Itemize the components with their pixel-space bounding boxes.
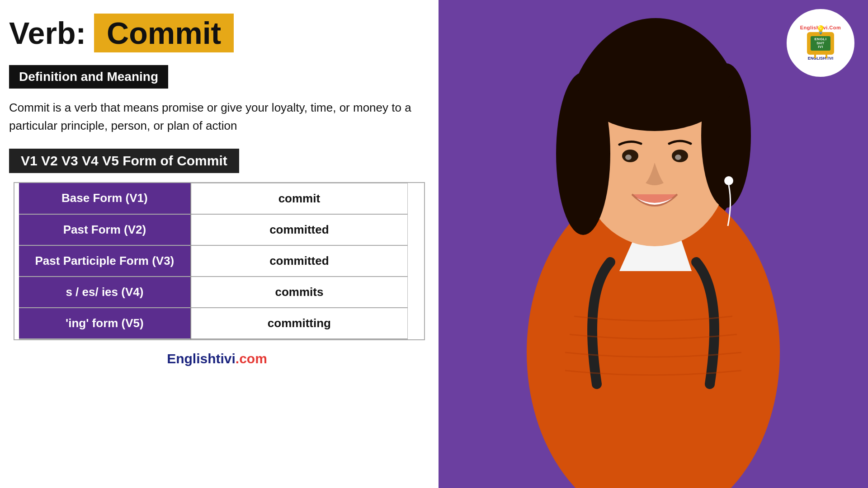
table-row: Past Participle Form (V3)committed <box>19 245 408 277</box>
svg-point-10 <box>625 155 632 160</box>
title-row: Verb: Commit <box>9 14 425 52</box>
table-label-cell: 'ing' form (V5) <box>19 308 191 339</box>
tv-screen: ENGLISHTIVI <box>811 36 830 51</box>
tv-leg-left <box>814 55 816 58</box>
svg-point-12 <box>724 176 733 185</box>
forms-badge: V1 V2 V3 V4 V5 Form of Commit <box>9 149 239 173</box>
brand-name-red: .com <box>236 351 267 366</box>
table-value-cell: committed <box>191 214 408 245</box>
verb-prefix: Verb: <box>9 15 86 51</box>
table-value-cell: commit <box>191 183 408 214</box>
table-label-cell: s / es/ ies (V4) <box>19 277 191 308</box>
person-svg <box>439 0 868 488</box>
definition-text: Commit is a verb that means promise or g… <box>9 99 425 135</box>
right-panel: Englishtivi.Com 💡 ENGLISHTIVI ENGLISHTIV… <box>439 0 868 488</box>
table-value-cell: committed <box>191 245 408 277</box>
left-panel: Verb: Commit Definition and Meaning Comm… <box>0 0 439 488</box>
table-row: 'ing' form (V5)committing <box>19 308 408 339</box>
footer-brand: Englishtivi.com <box>9 351 425 366</box>
svg-point-11 <box>675 155 681 160</box>
verb-forms-table-wrapper: Base Form (V1)commitPast Form (V2)commit… <box>14 182 425 340</box>
tv-screen-text: ENGLISHTIVI <box>815 38 827 49</box>
table-label-cell: Base Form (V1) <box>19 183 191 214</box>
tv-icon: 💡 ENGLISHTIVI <box>807 32 834 55</box>
bulb-icon: 💡 <box>816 26 826 35</box>
table-label-cell: Past Participle Form (V3) <box>19 245 191 277</box>
tv-legs <box>809 55 832 58</box>
definition-badge: Definition and Meaning <box>9 65 168 89</box>
logo-circle: Englishtivi.Com 💡 ENGLISHTIVI ENGLISHTIV… <box>787 9 854 77</box>
table-row: Base Form (V1)commit <box>19 183 408 214</box>
verb-word: Commit <box>94 14 234 52</box>
table-row: s / es/ ies (V4)commits <box>19 277 408 308</box>
person-container <box>439 0 868 488</box>
logo-inner: Englishtivi.Com 💡 ENGLISHTIVI ENGLISHTIV… <box>800 25 841 61</box>
table-label-cell: Past Form (V2) <box>19 214 191 245</box>
svg-point-7 <box>578 41 731 131</box>
table-value-cell: commits <box>191 277 408 308</box>
verb-forms-table: Base Form (V1)commitPast Form (V2)commit… <box>19 183 408 339</box>
tv-leg-right <box>826 55 827 58</box>
table-row: Past Form (V2)committed <box>19 214 408 245</box>
brand-name-blue: Englishtivi <box>167 351 236 366</box>
table-value-cell: committing <box>191 308 408 339</box>
